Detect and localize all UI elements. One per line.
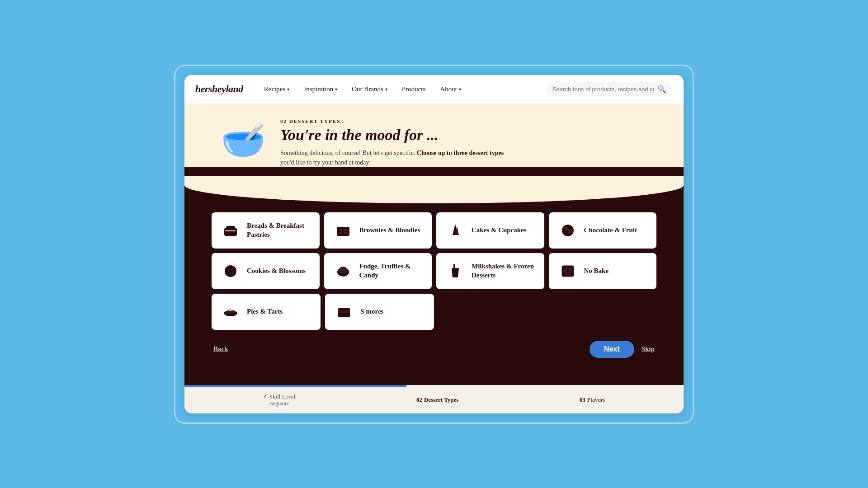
hero-section: 🥣 02 DESSERT TYPES You're in the mood fo… xyxy=(184,104,684,167)
svg-point-24 xyxy=(566,268,570,272)
svg-point-18 xyxy=(230,271,231,272)
check-icon: ✓ xyxy=(263,393,268,400)
svg-rect-5 xyxy=(344,229,348,231)
smores-icon xyxy=(334,302,354,322)
svg-rect-7 xyxy=(344,232,348,234)
search-bar[interactable]: 🔍 xyxy=(546,82,673,96)
card-milkshakes[interactable]: Milkshakes & Frozen Desserts xyxy=(436,253,544,289)
card-smores-label: S'mores xyxy=(360,307,383,316)
svg-point-11 xyxy=(564,227,568,230)
card-nobake[interactable]: No Bake xyxy=(549,253,657,289)
card-brownies-label: Brownies & Blondies xyxy=(359,226,420,235)
nav-our-brands[interactable]: Our Brands ▾ xyxy=(345,82,394,97)
wave-divider xyxy=(184,176,684,203)
cake-icon xyxy=(445,221,465,240)
hero-desc-bold: Choose up to three dessert types xyxy=(417,150,504,156)
svg-rect-2 xyxy=(225,230,236,231)
milkshake-icon xyxy=(445,261,465,281)
action-row: Back Next Skip xyxy=(212,341,656,358)
card-cookies-label: Cookies & Blossoms xyxy=(247,267,306,276)
svg-point-16 xyxy=(229,272,230,274)
pie-icon xyxy=(221,302,241,322)
hero-bowl-icon: 🥣 xyxy=(221,122,266,158)
hero-desc-end: you'd like to try your hand at today: xyxy=(280,159,371,166)
card-breads[interactable]: Breads & Breakfast Pastries xyxy=(212,212,320,249)
nav-about[interactable]: About ▾ xyxy=(434,82,467,97)
search-icon: 🔍 xyxy=(657,85,666,94)
svg-point-17 xyxy=(232,272,234,274)
navbar: hersheyland Recipes ▾ Inspiration ▾ Our … xyxy=(184,75,684,104)
card-brownies[interactable]: Brownies & Blondies xyxy=(324,212,432,249)
svg-rect-3 xyxy=(337,227,349,236)
chevron-down-icon: ▾ xyxy=(287,87,289,92)
hero-description: Something delicious, of course! But let'… xyxy=(280,148,515,167)
bread-icon xyxy=(221,221,241,240)
svg-rect-6 xyxy=(339,232,342,234)
nav-items: Recipes ▾ Inspiration ▾ Our Brands ▾ Pro… xyxy=(258,82,546,97)
card-smores[interactable]: S'mores xyxy=(325,294,434,330)
browser-window: hersheyland Recipes ▾ Inspiration ▾ Our … xyxy=(184,75,684,413)
hero-title: You're in the mood for ... xyxy=(280,127,647,144)
progress-fill xyxy=(184,385,406,387)
card-breads-label: Breads & Breakfast Pastries xyxy=(247,221,311,239)
progress-bar xyxy=(184,385,684,387)
hero-text: 02 DESSERT TYPES You're in the mood for … xyxy=(280,118,647,167)
card-fudge-label: Fudge, Truffles & Candy xyxy=(359,262,423,280)
back-link[interactable]: Back xyxy=(213,345,228,353)
fudge-icon xyxy=(333,261,353,281)
card-fudge[interactable]: Fudge, Truffles & Candy xyxy=(324,253,432,289)
skip-link[interactable]: Skip xyxy=(642,345,655,353)
main-content: Breads & Breakfast Pastries Brownies & B… xyxy=(184,167,684,385)
svg-rect-29 xyxy=(338,308,350,311)
hero-desc-plain: Something delicious, of course! But let'… xyxy=(280,150,415,156)
step-label: 02 DESSERT TYPES xyxy=(280,118,647,124)
svg-point-14 xyxy=(227,269,229,271)
chevron-down-icon: ▾ xyxy=(335,87,337,92)
svg-rect-25 xyxy=(565,274,571,275)
svg-point-20 xyxy=(339,267,348,273)
cards-row-1: Breads & Breakfast Pastries Brownies & B… xyxy=(212,212,656,249)
step-3: 03 Flavors xyxy=(580,396,605,404)
card-cakes[interactable]: Cakes & Cupcakes xyxy=(436,212,544,249)
svg-point-12 xyxy=(567,229,572,234)
card-pies[interactable]: Pies & Tarts xyxy=(212,294,321,330)
next-button[interactable]: Next xyxy=(590,341,634,358)
card-milkshakes-label: Milkshakes & Frozen Desserts xyxy=(472,262,535,280)
svg-rect-21 xyxy=(453,264,455,268)
card-cakes-label: Cakes & Cupcakes xyxy=(472,226,527,235)
nobake-icon xyxy=(558,261,578,281)
card-chocolate-label: Chocolate & Fruit xyxy=(584,226,637,235)
step-2: 02 Dessert Types xyxy=(416,396,458,404)
cards-row-3: Pies & Tarts S'mores xyxy=(212,294,656,330)
svg-rect-1 xyxy=(226,226,235,230)
cookie-icon xyxy=(221,261,241,281)
nav-inspiration[interactable]: Inspiration ▾ xyxy=(297,82,344,97)
svg-rect-4 xyxy=(339,229,342,231)
chevron-down-icon: ▾ xyxy=(385,87,387,92)
chocolate-fruit-icon xyxy=(558,221,578,240)
stepper-bar: ✓ Skill Level Beginner 02 Dessert Types … xyxy=(184,387,684,413)
right-actions: Next Skip xyxy=(590,341,655,358)
cards-row-2: Cookies & Blossoms Fudge, Truffles & Can… xyxy=(212,253,656,289)
outer-frame: hersheyland Recipes ▾ Inspiration ▾ Our … xyxy=(174,65,694,424)
brownie-icon xyxy=(333,221,353,240)
card-pies-label: Pies & Tarts xyxy=(247,307,283,316)
nav-products[interactable]: Products xyxy=(396,82,432,97)
nav-recipes[interactable]: Recipes ▾ xyxy=(258,82,296,97)
logo[interactable]: hersheyland xyxy=(195,83,243,95)
step-1: ✓ Skill Level Beginner xyxy=(263,393,295,407)
card-nobake-label: No Bake xyxy=(584,267,609,276)
empty-space xyxy=(439,294,656,330)
card-cookies[interactable]: Cookies & Blossoms xyxy=(212,253,320,289)
search-input[interactable] xyxy=(552,86,654,93)
chevron-down-icon: ▾ xyxy=(459,87,461,92)
svg-point-15 xyxy=(232,268,233,269)
card-chocolate[interactable]: Chocolate & Fruit xyxy=(549,212,657,249)
